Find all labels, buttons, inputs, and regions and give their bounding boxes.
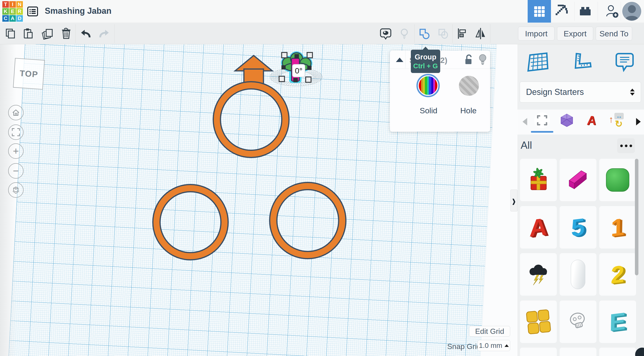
sidebar-scrollbar[interactable] <box>635 159 638 275</box>
shape-library-dropdown[interactable]: Design Starters <box>520 82 641 102</box>
category-text[interactable]: A <box>584 112 600 128</box>
ruler-tool-button[interactable] <box>570 52 592 73</box>
ring-shape-left[interactable] <box>156 188 224 256</box>
shape-tile-letter-e[interactable]: E <box>599 300 636 343</box>
divider <box>490 24 490 43</box>
undo-icon <box>79 27 92 40</box>
active-category-underline <box>531 131 553 133</box>
snap-grid-dropdown[interactable]: 1.0 mm <box>478 340 510 351</box>
light-view-button[interactable] <box>398 28 410 40</box>
category-shape-generators[interactable] <box>559 112 575 128</box>
bulb-icon <box>398 28 410 40</box>
shape-tile-number-5[interactable]: 5 <box>560 206 596 248</box>
unlocked-padlock-icon <box>464 54 474 65</box>
perspective-cube-icon <box>11 185 20 195</box>
shape-tile-storm-cloud[interactable] <box>520 253 557 296</box>
notes-tool-button[interactable] <box>614 52 636 73</box>
mirror-button[interactable] <box>474 28 486 40</box>
dropdown-value: Design Starters <box>526 87 584 97</box>
carousel-right-icon[interactable] <box>636 118 641 126</box>
shape-tile-cube-cluster[interactable] <box>520 300 557 343</box>
edit-grid-button[interactable]: Edit Grid <box>469 326 510 337</box>
ring-shape-right[interactable] <box>273 186 342 255</box>
letter-e-shape-icon: E <box>609 309 626 335</box>
shape-tile-gift[interactable] <box>520 159 557 201</box>
shape-tile-number-2[interactable]: 2 <box>599 253 636 296</box>
more-options-button[interactable] <box>617 138 635 153</box>
show-all-button[interactable] <box>380 28 392 40</box>
perspective-toggle-button[interactable] <box>8 182 24 198</box>
shape-tile[interactable] <box>599 348 636 356</box>
solid-label: Solid <box>420 106 438 115</box>
shape-category-carousel: A ↑ ↔ ↻ <box>518 110 644 134</box>
divider <box>414 24 414 43</box>
minecraft-export-button[interactable] <box>554 4 569 19</box>
invite-people-button[interactable] <box>605 4 619 19</box>
category-basic-shapes[interactable] <box>534 112 550 128</box>
minus-icon: − <box>13 166 19 176</box>
inspector-collapse-button[interactable] <box>394 50 405 69</box>
duplicate-button[interactable] <box>42 28 54 40</box>
group-button[interactable] <box>418 28 430 40</box>
delete-button[interactable] <box>60 28 72 40</box>
snap-grid-label: Snap Grid <box>447 342 481 351</box>
align-icon <box>456 28 468 40</box>
category-connectors[interactable]: ↑ ↔ ↻ <box>608 112 624 128</box>
ungroup-button[interactable] <box>437 28 449 40</box>
sidebar-collapse-handle[interactable]: › <box>510 190 518 212</box>
redo-icon <box>98 27 110 40</box>
divider <box>452 24 452 43</box>
divider <box>621 2 621 21</box>
shape-tile-rounded-cube[interactable] <box>599 159 636 201</box>
dropdown-arrow-icon <box>504 344 509 347</box>
shape-tile-number-1[interactable]: 1 <box>599 206 636 248</box>
home-icon <box>11 108 20 117</box>
shape-tile-box[interactable] <box>560 159 596 201</box>
lego-export-button[interactable] <box>578 4 592 18</box>
align-button[interactable] <box>456 28 468 40</box>
hide-button[interactable] <box>478 54 487 66</box>
view-cube[interactable]: TOP <box>13 58 45 90</box>
solid-option[interactable] <box>416 74 440 97</box>
shape-tile-capsule[interactable] <box>560 253 596 296</box>
shapes-sidebar: Design Starters A ↑ ↔ ↻ All <box>518 23 644 356</box>
paste-button[interactable] <box>22 28 34 40</box>
box-shape-icon <box>564 166 592 194</box>
user-avatar[interactable] <box>622 2 641 21</box>
lock-button[interactable] <box>464 54 474 65</box>
tinkercad-logo[interactable]: T I N K E R C A D <box>2 1 23 22</box>
divider <box>405 50 406 69</box>
number-2-shape-icon: 2 <box>611 262 625 287</box>
divider <box>574 2 574 21</box>
shape-tile[interactable] <box>560 348 596 356</box>
zoom-out-button[interactable]: − <box>8 163 24 178</box>
group-tooltip: Group Ctrl + G <box>411 50 440 73</box>
shape-tile-letter-a[interactable]: A <box>520 206 557 248</box>
copy-button[interactable] <box>4 28 16 40</box>
carousel-left-icon[interactable] <box>522 118 527 126</box>
hole-option[interactable] <box>459 76 479 96</box>
help-button[interactable] <box>635 348 644 356</box>
design-menu-button[interactable] <box>27 6 38 17</box>
dashboard-button[interactable] <box>528 0 551 22</box>
undo-button[interactable] <box>79 28 92 40</box>
divider <box>114 24 114 43</box>
zoom-in-button[interactable]: + <box>8 144 24 159</box>
letter-a-shape-icon: A <box>529 214 548 240</box>
import-button[interactable]: Import <box>518 26 554 40</box>
divider <box>598 2 598 21</box>
trash-icon <box>60 28 72 40</box>
plus-icon: + <box>13 146 19 156</box>
page-title: Smashing Jaban <box>45 6 112 16</box>
home-view-button[interactable] <box>8 105 24 120</box>
workplane-tool-button[interactable] <box>527 52 549 73</box>
duplicate-icon <box>42 28 54 40</box>
send-to-button[interactable]: Send To <box>596 26 632 40</box>
shape-tile[interactable] <box>520 348 557 356</box>
fit-view-button[interactable] <box>8 124 24 140</box>
redo-button[interactable] <box>98 28 110 40</box>
add-person-icon <box>605 4 619 19</box>
export-button[interactable]: Export <box>557 26 593 40</box>
shape-tile-skull[interactable] <box>560 300 596 343</box>
cube-cluster-shape-icon <box>524 307 553 336</box>
